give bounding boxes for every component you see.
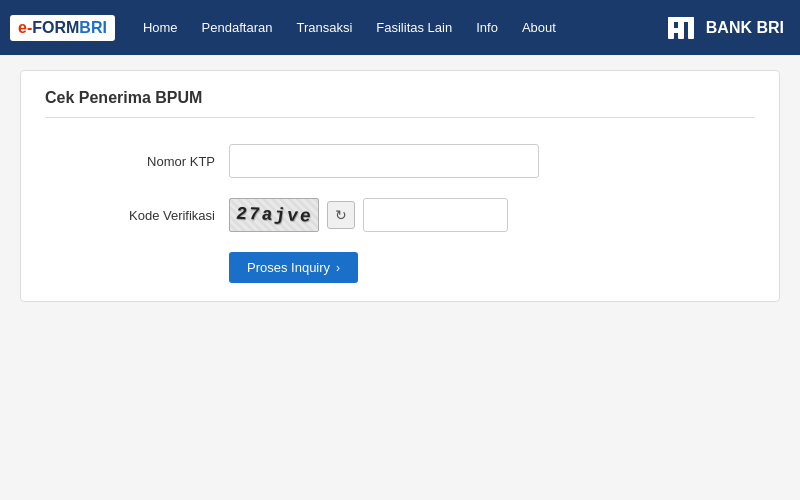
- captcha-image: 27ajve: [229, 198, 319, 232]
- nomor-ktp-row: Nomor KTP: [85, 144, 755, 178]
- captcha-row: 27ajve ↻: [229, 198, 508, 232]
- nav-transaksi[interactable]: Transaksi: [286, 14, 362, 41]
- logo-e: e-: [18, 19, 32, 37]
- bank-bri-logo: BANK BRI: [662, 9, 784, 47]
- svg-rect-4: [668, 17, 694, 22]
- nav-fasilitas-lain[interactable]: Fasilitas Lain: [366, 14, 462, 41]
- nomor-ktp-label: Nomor KTP: [85, 154, 215, 169]
- logo: e-FORMBRI: [10, 15, 115, 41]
- bank-name: BANK BRI: [706, 19, 784, 37]
- nav-home[interactable]: Home: [133, 14, 188, 41]
- kode-verifikasi-row: Kode Verifikasi 27ajve ↻: [85, 198, 755, 232]
- main-content: Cek Penerima BPUM Nomor KTP Kode Verifik…: [20, 70, 780, 302]
- nav-pendaftaran[interactable]: Pendaftaran: [192, 14, 283, 41]
- refresh-captcha-button[interactable]: ↻: [327, 201, 355, 229]
- navbar: e-FORMBRI Home Pendaftaran Transaksi Fas…: [0, 0, 800, 55]
- nomor-ktp-input[interactable]: [229, 144, 539, 178]
- captcha-text: 27ajve: [234, 204, 313, 227]
- submit-label: Proses Inquiry: [247, 260, 330, 275]
- bri-icon: [662, 9, 700, 47]
- page-title: Cek Penerima BPUM: [45, 89, 755, 118]
- chevron-right-icon: ›: [336, 261, 340, 275]
- captcha-input[interactable]: [363, 198, 508, 232]
- logo-form: FORM: [32, 19, 79, 37]
- refresh-icon: ↻: [335, 207, 347, 223]
- nav-links: Home Pendaftaran Transaksi Fasilitas Lai…: [133, 14, 566, 41]
- navbar-left: e-FORMBRI Home Pendaftaran Transaksi Fas…: [10, 14, 566, 41]
- nav-info[interactable]: Info: [466, 14, 508, 41]
- form-area: Nomor KTP Kode Verifikasi 27ajve ↻ Prose…: [45, 134, 755, 283]
- svg-rect-5: [668, 28, 684, 33]
- kode-verifikasi-label: Kode Verifikasi: [85, 208, 215, 223]
- btn-row: Proses Inquiry ›: [229, 252, 755, 283]
- nav-about[interactable]: About: [512, 14, 566, 41]
- logo-bri-text: BRI: [79, 19, 107, 37]
- proses-inquiry-button[interactable]: Proses Inquiry ›: [229, 252, 358, 283]
